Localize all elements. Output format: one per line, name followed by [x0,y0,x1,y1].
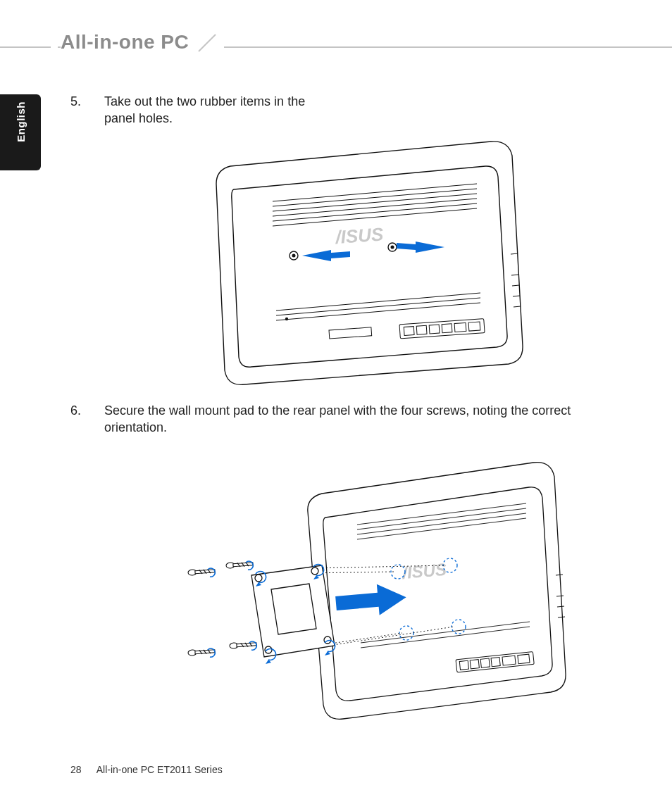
manual-page: All-in-one PC English 5. Take out the tw… [0,0,672,809]
svg-rect-44 [459,660,468,670]
svg-rect-23 [454,322,466,332]
header: All-in-one PC [61,31,224,54]
svg-line-0 [199,35,216,51]
step-text: Take out the two rubber items in the pan… [104,93,330,127]
asus-logo-icon: /ISUS [334,223,384,248]
illustration-step-6: /ISUS [70,449,630,730]
language-label: English [15,101,27,142]
svg-rect-20 [416,325,427,334]
page-footer: 28 All-in-one PC ET2011 Series [70,764,223,775]
svg-point-12 [292,253,296,257]
step-6: 6. Secure the wall mount pad to the rear… [70,402,630,437]
page-number: 28 [70,764,82,775]
page-heading: All-in-one PC [61,31,189,54]
svg-rect-47 [491,658,500,667]
step-5: 5. Take out the two rubber items in the … [70,93,630,127]
svg-text:/ISUS: /ISUS [334,223,384,248]
screw-icon [188,561,256,656]
svg-point-14 [391,245,394,249]
svg-rect-21 [429,325,440,334]
content-area: 5. Take out the two rubber items in the … [70,93,630,730]
svg-point-60 [265,646,272,653]
svg-rect-49 [518,654,530,664]
svg-point-59 [311,567,318,575]
header-diagonal-icon [197,32,217,53]
svg-rect-45 [470,660,479,669]
svg-rect-46 [480,658,490,667]
header-rule-gap [51,31,58,54]
svg-rect-19 [404,326,414,335]
illustration-step-5: /ISUS [70,134,630,388]
step-number: 6. [70,402,104,437]
svg-point-58 [255,575,262,582]
svg-rect-24 [468,322,480,331]
svg-point-30 [285,317,288,320]
svg-text:/ISUS: /ISUS [401,560,447,582]
asus-logo-icon: /ISUS [401,560,447,582]
step-text: Secure the wall mount pad to the rear pa… [104,402,626,437]
wall-mount-diagram: /ISUS [125,449,575,730]
svg-rect-48 [502,656,516,665]
language-tab: English [0,94,41,170]
pc-rear-rubber-plugs-diagram: /ISUS [167,134,533,388]
step-number: 5. [70,93,104,127]
svg-rect-22 [442,323,452,332]
doc-title: All-in-one PC ET2011 Series [97,764,223,775]
